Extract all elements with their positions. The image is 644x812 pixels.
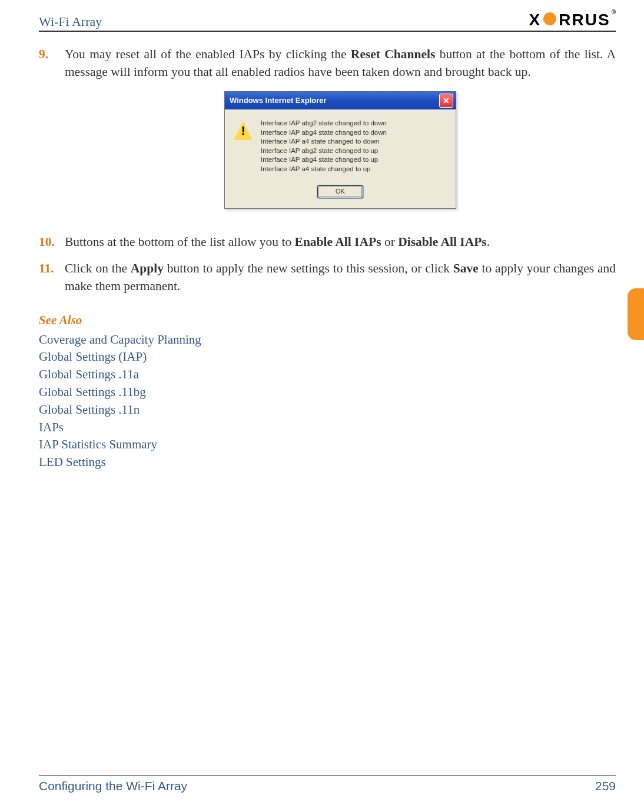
link-global-iap[interactable]: Global Settings (IAP)	[39, 348, 616, 366]
link-global-11bg[interactable]: Global Settings .11bg	[39, 384, 616, 401]
list-text: Buttons at the bottom of the list allow …	[65, 234, 616, 251]
link-iap-stats[interactable]: IAP Statistics Summary	[39, 436, 616, 454]
logo-dot-icon	[543, 12, 556, 25]
list-item-11: 11. Click on the Apply button to apply t…	[39, 260, 616, 295]
dialog-screenshot: Windows Internet Explorer ✕ Interface IA…	[65, 91, 616, 208]
dialog-line: Interface IAP a4 state changed to down	[261, 137, 387, 147]
link-iaps[interactable]: IAPs	[39, 419, 616, 437]
bold-reset-channels: Reset Channels	[351, 47, 436, 61]
text-segment: You may reset all of the enabled IAPs by…	[65, 47, 351, 61]
see-also-links: Coverage and Capacity Planning Global Se…	[39, 331, 616, 472]
text-segment: Buttons at the bottom of the list allow …	[65, 235, 295, 249]
link-led-settings[interactable]: LED Settings	[39, 454, 616, 471]
text-segment: .	[487, 235, 490, 249]
list-text: You may reset all of the enabled IAPs by…	[65, 46, 616, 224]
logo-registered: ®	[612, 9, 616, 15]
link-global-11n[interactable]: Global Settings .11n	[39, 401, 616, 419]
list-number: 11.	[39, 260, 65, 295]
text-segment: or	[381, 235, 399, 249]
bold-enable-all: Enable All IAPs	[295, 235, 381, 249]
list-number: 10.	[39, 234, 65, 251]
page-header: Wi-Fi Array X RRUS ®	[39, 11, 616, 32]
content-body: 9. You may reset all of the enabled IAPs…	[39, 46, 616, 471]
dialog-message: Interface IAP abg2 state changed to down…	[261, 119, 387, 174]
xirrus-logo: X RRUS ®	[529, 11, 616, 29]
list-text: Click on the Apply button to apply the n…	[65, 260, 616, 295]
list-item-10: 10. Buttons at the bottom of the list al…	[39, 234, 616, 251]
logo-text-x: X	[529, 11, 542, 29]
bold-save: Save	[453, 261, 479, 275]
link-global-11a[interactable]: Global Settings .11a	[39, 366, 616, 384]
text-segment: button to apply the new settings to this…	[164, 261, 453, 275]
ie-dialog: Windows Internet Explorer ✕ Interface IA…	[224, 91, 456, 208]
footer-section: Configuring the Wi-Fi Array	[39, 779, 187, 793]
list-item-9: 9. You may reset all of the enabled IAPs…	[39, 46, 616, 224]
side-tab-icon	[628, 288, 644, 340]
dialog-line: Interface IAP abg2 state changed to down	[261, 119, 387, 128]
see-also-heading: See Also	[39, 312, 616, 329]
dialog-line: Interface IAP abg4 state changed to down	[261, 128, 387, 138]
warning-icon	[234, 121, 253, 140]
list-number: 9.	[39, 46, 65, 224]
text-segment: Click on the	[65, 261, 131, 275]
header-title: Wi-Fi Array	[39, 14, 102, 29]
link-coverage[interactable]: Coverage and Capacity Planning	[39, 331, 616, 349]
dialog-body: Interface IAP abg2 state changed to down…	[225, 109, 456, 208]
dialog-titlebar: Windows Internet Explorer ✕	[225, 92, 456, 109]
bold-disable-all: Disable All IAPs	[398, 235, 487, 249]
page-footer: Configuring the Wi-Fi Array 259	[39, 775, 616, 793]
dialog-line: Interface IAP abg2 state changed to up	[261, 147, 387, 156]
ok-button[interactable]: OK	[317, 185, 363, 198]
dialog-line: Interface IAP abg4 state changed to up	[261, 155, 387, 165]
close-icon[interactable]: ✕	[439, 94, 453, 108]
logo-text-rrus: RRUS	[559, 11, 610, 29]
footer-page-number: 259	[595, 779, 616, 793]
dialog-line: Interface IAP a4 state changed to up	[261, 165, 387, 174]
dialog-title: Windows Internet Explorer	[230, 95, 327, 106]
bold-apply: Apply	[131, 261, 164, 275]
